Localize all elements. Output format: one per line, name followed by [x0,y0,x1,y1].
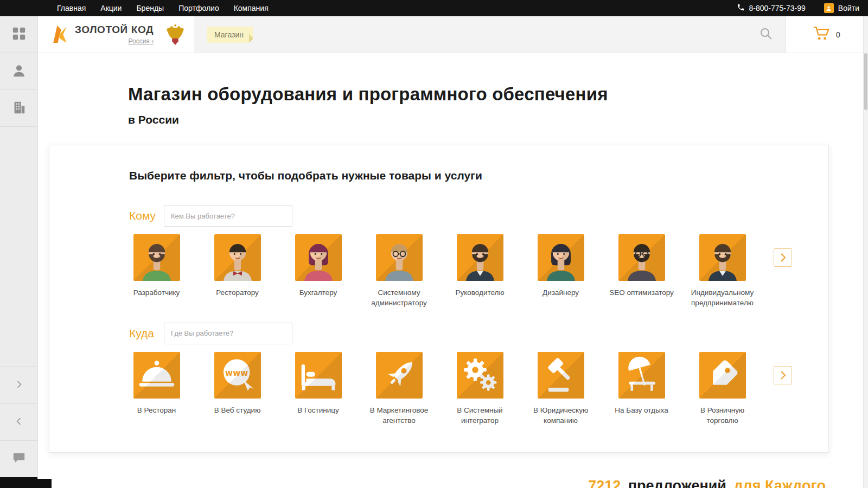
whom-input[interactable] [164,205,292,227]
avatar-accountant [295,234,342,281]
phone-contact[interactable]: 8-800-775-73-99 [737,3,806,13]
main: Магазин оборудования и программного обес… [38,84,868,488]
tile-beach-icon[interactable]: На Базу отдыха [601,352,682,426]
cart-count: 0 [836,30,840,39]
nav-company[interactable]: Компания [234,4,269,12]
footer-strip [0,479,52,488]
left-sidebar [0,16,38,488]
content-area: ЗОЛОТОЙ КОД Россия Магазин 0 Магазин обо… [38,16,868,488]
tile-label: Дизайнеру [542,288,579,298]
sidebar-spacer [0,127,37,367]
where-filter-row: Куда [129,323,814,344]
tile-avatar-entrepreneur[interactable]: Индивидуальному предпринимателю [682,234,763,309]
logo[interactable]: ЗОЛОТОЙ КОД Россия [38,16,156,53]
tile-label: В Веб студию [214,406,261,416]
tile-label: Ресторатору [216,288,259,298]
where-next-button[interactable] [774,366,792,384]
where-tiles-row: В РесторанwwwВ Веб студиюВ ГостиницуВ Ма… [116,352,814,426]
phone-number: 8-800-775-73-99 [749,4,806,12]
tile-avatar-manager[interactable]: Руководителю [439,234,520,309]
tile-gears-icon[interactable]: В Системный интегратор [439,352,520,426]
bed-icon [295,352,342,399]
offers-summary: 7212 предложений для Каждого [38,478,868,488]
search-icon [759,27,773,42]
region-link[interactable]: Россия [128,37,154,45]
sidebar-catalog-button[interactable] [0,16,37,53]
whom-label: Кому [129,209,164,222]
avatar-manager [457,234,503,281]
person-icon [11,63,27,80]
phone-icon [737,3,745,13]
page-title: Магазин оборудования и программного обес… [128,84,868,105]
tile-label: В Гостиницу [297,406,339,416]
chevron-left-icon [14,416,24,429]
tile-gavel-icon[interactable]: В Юридическую компанию [520,352,601,426]
sidebar-chat-button[interactable] [0,440,37,477]
avatar-developer [133,234,180,281]
whom-filter-row: Кому [129,205,814,227]
avatar-restaurateur [214,234,261,281]
tile-rocket-icon[interactable]: В Маркетинговое агентство [359,352,439,426]
sidebar-next-button[interactable] [0,367,37,403]
tab-shop[interactable]: Магазин [207,27,253,43]
header-tab-strip: Магазин [194,16,785,53]
sidebar-company-button[interactable] [0,90,37,127]
tile-label: В Системный интегратор [442,406,519,426]
tile-label: Индивидуальному предпринимателю [684,288,761,309]
search-button[interactable] [759,27,773,42]
tile-avatar-accountant[interactable]: Бухгалтеру [278,234,359,309]
site-header: ЗОЛОТОЙ КОД Россия Магазин 0 [38,16,868,53]
grid-icon [11,26,27,43]
nav-brands[interactable]: Бренды [136,4,164,12]
www-icon: www [214,352,261,399]
tile-label: В Розничную торговлю [684,406,761,426]
login-label: Войти [838,4,859,12]
tile-avatar-developer[interactable]: Разработчику [116,234,197,309]
where-tiles: В РесторанwwwВ Веб студиюВ ГостиницуВ Ма… [116,352,763,426]
avatar-sysadmin [376,234,423,281]
filter-heading: Выберите фильтр, чтобы подобрать нужные … [129,169,814,182]
user-icon [824,3,834,13]
tile-www-icon[interactable]: wwwВ Веб студию [197,352,278,426]
filter-card: Выберите фильтр, чтобы подобрать нужные … [49,145,829,453]
chat-icon [12,451,26,467]
russia-emblem-icon[interactable] [156,16,194,53]
chevron-right-icon [776,369,789,382]
tile-cloche-icon[interactable]: В Ресторан [116,352,197,426]
logo-text: ЗОЛОТОЙ КОД [75,24,154,36]
login-button[interactable]: Войти [824,3,859,13]
rocket-icon [376,352,423,399]
tile-avatar-restaurateur[interactable]: Ресторатору [197,234,278,309]
avatar-designer [538,234,584,281]
sidebar-prev-button[interactable] [0,403,37,440]
scrollbar-thumb[interactable] [864,53,867,110]
tile-avatar-designer[interactable]: Дизайнеру [520,234,601,309]
where-input[interactable] [164,323,292,344]
tile-label: Системному администратору [361,288,438,309]
nav-promotions[interactable]: Акции [100,4,122,12]
cart-icon [813,26,829,43]
cart-button[interactable]: 0 [785,16,868,53]
tile-bed-icon[interactable]: В Гостиницу [278,352,359,426]
tile-avatar-seo[interactable]: SEO оптимизатору [601,234,682,309]
page-scrollbar[interactable] [863,16,868,488]
where-label: Куда [129,327,164,340]
whom-tiles-row: РазработчикуРестораторуБухгалтеруСистемн… [116,234,814,309]
tile-label: Бухгалтеру [299,288,337,298]
top-navigation: Главная Акции Бренды Портфолио Компания [57,4,269,12]
avatar-entrepreneur [699,234,746,281]
offers-middle: предложений [628,478,726,488]
whom-next-button[interactable] [774,248,792,267]
sidebar-clients-button[interactable] [0,53,37,90]
tile-tag-icon[interactable]: В Розничную торговлю [682,352,763,426]
tile-label: В Ресторан [137,406,176,416]
nav-portfolio[interactable]: Портфолио [178,4,219,12]
nav-home[interactable]: Главная [57,4,86,12]
gears-icon [457,352,503,399]
tile-label: Разработчику [133,288,180,298]
topbar: Главная Акции Бренды Портфолио Компания … [0,0,868,16]
gavel-icon [538,352,584,399]
chevron-right-icon [776,251,789,264]
tag-icon [699,352,746,399]
tile-avatar-sysadmin[interactable]: Системному администратору [359,234,439,309]
